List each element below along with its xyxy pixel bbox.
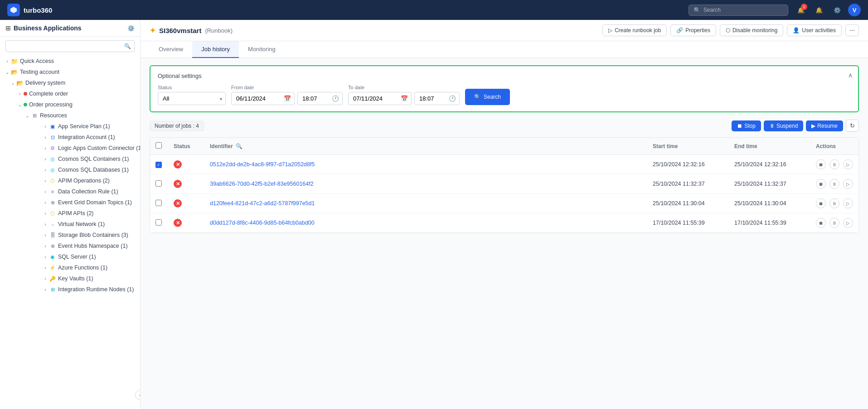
- settings-row: Status All Failed Completed Running Stop…: [158, 85, 851, 105]
- identifier-search-icon[interactable]: 🔍: [236, 143, 242, 149]
- sidebar-item-storage-blob[interactable]: › 🗄 Storage Blob Containers (3): [42, 230, 138, 241]
- from-time-input[interactable]: [297, 92, 343, 105]
- stop-action-2[interactable]: ⏹: [816, 179, 826, 189]
- sidebar-item-key-vaults[interactable]: › 🔑 Key Vaults (1): [42, 273, 138, 284]
- chevron-func: ›: [42, 264, 49, 271]
- sidebar-item-sql-server[interactable]: › ◉ SQL Server (1): [42, 251, 138, 262]
- sidebar-search-input[interactable]: [5, 40, 135, 52]
- refresh-button[interactable]: ↻: [846, 120, 859, 132]
- row-checkbox-4[interactable]: [155, 219, 162, 226]
- col-header-identifier: Identifier 🔍: [204, 138, 647, 155]
- row-checkbox-3[interactable]: [155, 200, 162, 206]
- search-btn-label: Search: [484, 94, 501, 100]
- sidebar-item-account[interactable]: ⌄ 📂 Testing account: [2, 67, 138, 77]
- cosmos-icon-1: ◎: [49, 155, 56, 163]
- play-action-4[interactable]: ▷: [843, 218, 853, 228]
- sidebar-item-virtual-network[interactable]: › ⬦ Virtual Network (1): [42, 219, 138, 230]
- pause-action-4[interactable]: ⏸: [829, 218, 839, 228]
- event-grid-icon: ⊕: [49, 199, 56, 206]
- row-identifier-link-4[interactable]: d0dd127d-8f8c-4406-9d85-b64fcb0abd00: [210, 220, 315, 226]
- chevron-event: ›: [42, 199, 49, 206]
- stop-label: Stop: [744, 123, 756, 129]
- play-action-3[interactable]: ▷: [843, 198, 853, 208]
- notifications-button[interactable]: 🔔 1: [794, 3, 808, 17]
- apim-icon: ⬡: [49, 177, 56, 184]
- play-action-1[interactable]: ▷: [843, 159, 853, 169]
- sidebar-item-apim-apis[interactable]: › ⬡ APIM APIs (2): [42, 208, 138, 219]
- global-search[interactable]: 🔍 Search: [689, 5, 788, 16]
- play-action-2[interactable]: ▷: [843, 179, 853, 189]
- cosmos-containers-label: Cosmos SQL Containers (1): [58, 156, 129, 162]
- sidebar-item-delivery-system[interactable]: ⌄ 📂 Delivery system: [5, 77, 138, 88]
- pause-action-2[interactable]: ⏸: [829, 179, 839, 189]
- stop-action-1[interactable]: ⏹: [816, 159, 826, 169]
- resume-button[interactable]: ▶ Resume: [806, 120, 843, 131]
- jobs-table: Status Identifier 🔍 Start time End time …: [150, 138, 858, 233]
- app-logo[interactable]: turbo360: [7, 4, 52, 16]
- to-time-input[interactable]: [414, 92, 460, 105]
- sidebar-item-data-collection[interactable]: › ≡ Data Collection Rule (1): [42, 186, 138, 197]
- create-runbook-job-button[interactable]: ▷ Create runbook job: [602, 24, 667, 36]
- chevron-key: ›: [42, 275, 49, 282]
- row-identifier-link-3[interactable]: d120fee4-821d-47c2-a6d2-5787f997e5d1: [210, 200, 315, 207]
- row-identifier-link-2[interactable]: 39ab6626-70d0-42f5-b2ef-83e9560164f2: [210, 181, 314, 187]
- sidebar-settings-icon[interactable]: ⚙️: [127, 25, 135, 32]
- user-activities-button[interactable]: 👤 User activities: [787, 24, 842, 36]
- suspend-button[interactable]: ⏸ Suspend: [764, 120, 803, 131]
- table-header: Status Identifier 🔍 Start time End time …: [150, 138, 858, 155]
- properties-button[interactable]: 🔗 Properties: [670, 24, 716, 36]
- tab-overview[interactable]: Overview: [150, 41, 192, 58]
- sidebar-item-order-processing[interactable]: ⌄ Order processing: [13, 99, 138, 110]
- stop-action-4[interactable]: ⏹: [816, 218, 826, 228]
- row-checkbox-2[interactable]: [155, 180, 162, 187]
- row-identifier-cell-4: d0dd127d-8f8c-4406-9d85-b64fcb0abd00: [204, 213, 647, 233]
- sidebar-item-logic-apps[interactable]: › ⚙ Logic Apps Custom Connector (1): [42, 143, 138, 154]
- sidebar-item-integration-account[interactable]: › ⊡ Integration Account (1): [42, 132, 138, 143]
- page-title: SI360vmstart: [159, 27, 201, 34]
- sidebar-item-complete-order[interactable]: › Complete order: [13, 88, 138, 99]
- sidebar-collapse-button[interactable]: ‹: [135, 390, 141, 400]
- stop-button[interactable]: ⏹ Stop: [732, 120, 761, 131]
- pause-action-1[interactable]: ⏸: [829, 159, 839, 169]
- status-select[interactable]: All Failed Completed Running Stopped: [158, 92, 226, 105]
- row-identifier-cell-2: 39ab6626-70d0-42f5-b2ef-83e9560164f2: [204, 174, 647, 194]
- from-date-input[interactable]: [231, 92, 295, 105]
- resources-icon: ⊞: [31, 112, 38, 119]
- sidebar-item-azure-functions[interactable]: › ⚡ Azure Functions (1): [42, 262, 138, 273]
- sidebar-item-apim-ops[interactable]: › ⬡ APIM Operations (2): [42, 175, 138, 186]
- tab-job-history[interactable]: Job history: [192, 41, 239, 58]
- to-date-input[interactable]: [348, 92, 412, 105]
- settings-button[interactable]: ⚙️: [830, 3, 844, 17]
- sidebar-item-cosmos-databases[interactable]: › ◎ Cosmos SQL Databases (1): [42, 164, 138, 175]
- collapse-icon[interactable]: ∧: [848, 72, 853, 79]
- sidebar-item-resources[interactable]: ⌄ ⊞ Resources: [20, 110, 138, 121]
- stop-action-3[interactable]: ⏹: [816, 198, 826, 208]
- sidebar-item-quick-access[interactable]: › 📁 Quick Access: [2, 56, 138, 67]
- chevron-storage: ›: [42, 231, 49, 239]
- tab-bar: Overview Job history Monitoring: [141, 41, 868, 58]
- pause-action-3[interactable]: ⏸: [829, 198, 839, 208]
- row-start-cell-2: 25/10/2024 11:32:37: [647, 174, 729, 194]
- from-time-input-wrapper: 🕐: [297, 92, 343, 105]
- connector-icon: ⚙: [49, 144, 56, 152]
- integration-label: Integration Account (1): [58, 134, 115, 140]
- sidebar-item-app-service-plan[interactable]: › ▣ App Service Plan (1): [42, 121, 138, 132]
- sidebar-item-cosmos-containers[interactable]: › ◎ Cosmos SQL Containers (1): [42, 154, 138, 164]
- search-button[interactable]: 🔍 Search: [465, 89, 510, 105]
- more-actions-button[interactable]: ⋯: [845, 24, 859, 36]
- row-identifier-link-1[interactable]: 0512e2dd-de2b-4ac8-9f97-d71a2052d8f5: [210, 161, 315, 168]
- checkbox-checked-1[interactable]: ✓: [155, 162, 162, 168]
- refresh-icon: ↻: [850, 122, 855, 129]
- disable-monitoring-button[interactable]: ⬡ Disable monitoring: [720, 24, 783, 36]
- pause-icon: ⏸: [769, 123, 775, 129]
- user-avatar[interactable]: V: [848, 4, 861, 16]
- svg-marker-0: [10, 7, 17, 13]
- sidebar-item-event-hubs[interactable]: › ⊕ Event Hubs Namespace (1): [42, 241, 138, 251]
- row-status-cell-4: ✕: [168, 213, 204, 233]
- alerts-button[interactable]: 🔔: [812, 3, 826, 17]
- identifier-col-label: Identifier: [210, 143, 233, 149]
- sidebar-item-event-grid[interactable]: › ⊕ Event Grid Domain Topics (1): [42, 197, 138, 208]
- sidebar-item-integration-runtime[interactable]: › ⊞ Integration Runtime Nodes (1): [42, 284, 138, 295]
- tab-monitoring[interactable]: Monitoring: [239, 41, 285, 58]
- select-all-checkbox[interactable]: [155, 142, 162, 149]
